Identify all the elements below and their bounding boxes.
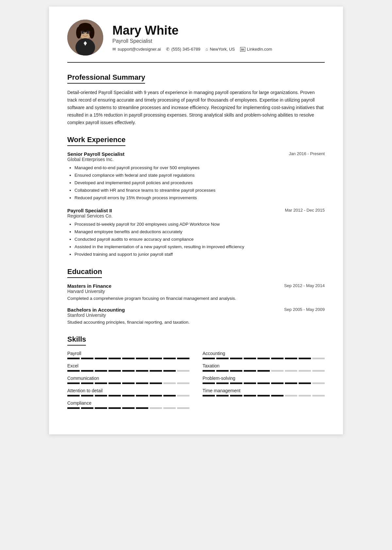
location-text: NewYork, US: [210, 47, 235, 52]
skill-segment-filled: [230, 370, 242, 372]
skill-segment-filled: [257, 358, 270, 359]
skill-segment-filled: [203, 358, 215, 359]
skill-segment-filled: [122, 358, 135, 359]
skill-segment-empty: [299, 370, 311, 372]
skill-segment-filled: [216, 358, 229, 359]
job-1-bullets: Processed bi-weekly payroll for 200 empl…: [67, 221, 325, 258]
skill-segment-filled: [163, 370, 176, 372]
skill-segment-filled: [150, 358, 162, 359]
skill-bar: [203, 395, 325, 396]
skill-segment-filled: [67, 382, 80, 384]
header-info: Mary White Payroll Specialist ✉ support@…: [112, 24, 325, 52]
skill-segment-empty: [312, 370, 325, 372]
skill-segment-filled: [285, 382, 297, 384]
skill-segment-empty: [150, 407, 162, 409]
skill-segment-filled: [95, 407, 107, 409]
skill-segment-empty: [312, 382, 325, 384]
candidate-name: Mary White: [112, 24, 325, 38]
edu-0: Masters in Finance Sep 2012 - May 2014 H…: [67, 283, 325, 302]
skill-segment-filled: [136, 407, 148, 409]
job-1-date: Mar 2012 - Dec 2015: [285, 208, 325, 213]
skill-segment-filled: [81, 370, 93, 372]
skills-grid: PayrollAccountingExcelTaxationCommunicat…: [67, 351, 325, 409]
job-0-header: Senior Payroll Specialist Jan 2016 - Pre…: [67, 151, 325, 157]
resume-header: Mary White Payroll Specialist ✉ support@…: [67, 20, 325, 63]
education-title: Education: [67, 267, 102, 278]
section-summary: Professional Summary Detail-oriented Pay…: [67, 73, 325, 126]
skill-segment-filled: [299, 358, 311, 359]
bullet: Reduced payroll errors by 15% through pr…: [74, 194, 325, 202]
edu-0-header: Masters in Finance Sep 2012 - May 2014: [67, 283, 325, 289]
skill-segment-filled: [67, 407, 80, 409]
job-0-company: Global Enterprises Inc.: [67, 157, 325, 162]
skill-segment-empty: [312, 395, 325, 396]
skill-name: Time management: [203, 388, 325, 393]
skill-name: Communication: [67, 376, 189, 381]
skill-segment-filled: [136, 358, 148, 359]
skill-segment-filled: [136, 382, 148, 384]
contact-list: ✉ support@cvdesigner.ai ✆ (555) 345-6789…: [112, 47, 325, 52]
work-experience-title: Work Experience: [67, 136, 125, 146]
skill-item: Time management: [203, 388, 325, 396]
skill-segment-filled: [230, 358, 242, 359]
job-1-header: Payroll Specialist II Mar 2012 - Dec 201…: [67, 208, 325, 213]
edu-0-degree: Masters in Finance: [67, 283, 111, 289]
job-0-bullets: Managed end-to-end payroll processing fo…: [67, 164, 325, 202]
skill-segment-filled: [150, 395, 162, 396]
skill-segment-empty: [177, 370, 189, 372]
bullet: Developed and implemented payroll polici…: [74, 179, 325, 187]
bullet: Managed employee benefits and deductions…: [74, 228, 325, 236]
skill-segment-filled: [95, 395, 107, 396]
skill-segment-filled: [81, 382, 93, 384]
bullet: Provided training and support to junior …: [74, 251, 325, 258]
skill-item: Attention to detail: [67, 388, 189, 396]
skill-segment-filled: [285, 358, 297, 359]
skill-segment-empty: [177, 395, 189, 396]
summary-text: Detail-oriented Payroll Specialist with …: [67, 89, 325, 126]
bullet: Conducted payroll audits to ensure accur…: [74, 236, 325, 243]
edu-0-desc: Completed a comprehensive program focusi…: [67, 295, 325, 302]
skill-segment-empty: [285, 395, 297, 396]
bullet: Assisted in the implementation of a new …: [74, 243, 325, 251]
bullet: Ensured compliance with federal and stat…: [74, 172, 325, 179]
job-0: Senior Payroll Specialist Jan 2016 - Pre…: [67, 151, 325, 202]
skill-segment-filled: [203, 395, 215, 396]
svg-point-6: [82, 31, 84, 33]
skill-item: Compliance: [67, 400, 189, 409]
skill-segment-filled: [216, 382, 229, 384]
section-skills: Skills PayrollAccountingExcelTaxationCom…: [67, 335, 325, 409]
svg-point-7: [87, 31, 89, 33]
skill-segment-filled: [244, 358, 256, 359]
skill-item: Accounting: [203, 351, 325, 359]
skill-bar: [203, 370, 325, 372]
skill-segment-filled: [271, 382, 284, 384]
bullet: Collaborated with HR and finance teams t…: [74, 187, 325, 194]
candidate-title: Payroll Specialist: [112, 38, 325, 44]
skill-segment-empty: [312, 358, 325, 359]
skill-item: Excel: [67, 363, 189, 372]
edu-1-date: Sep 2005 - May 2009: [284, 307, 325, 312]
skill-bar: [203, 358, 325, 359]
edu-1: Bachelors in Accounting Sep 2005 - May 2…: [67, 307, 325, 326]
linkedin-text: LinkedIn.com: [247, 47, 272, 52]
skill-item: Payroll: [67, 351, 189, 359]
job-1-title: Payroll Specialist II: [67, 208, 112, 213]
skill-segment-filled: [122, 382, 135, 384]
skill-segment-filled: [299, 382, 311, 384]
job-1: Payroll Specialist II Mar 2012 - Dec 201…: [67, 208, 325, 258]
skill-segment-filled: [216, 395, 229, 396]
skill-segment-filled: [108, 407, 121, 409]
skill-name: Problem-solving: [203, 376, 325, 381]
skill-segment-filled: [177, 358, 189, 359]
skill-segment-filled: [230, 382, 242, 384]
skill-segment-empty: [177, 382, 189, 384]
skill-segment-filled: [150, 370, 162, 372]
skill-segment-filled: [122, 370, 135, 372]
skill-segment-empty: [299, 395, 311, 396]
skill-segment-empty: [177, 407, 189, 409]
edu-0-date: Sep 2012 - May 2014: [284, 283, 325, 288]
skill-segment-filled: [257, 395, 270, 396]
skill-segment-filled: [81, 358, 93, 359]
skill-name: Compliance: [67, 400, 189, 406]
bullet: Managed end-to-end payroll processing fo…: [74, 164, 325, 172]
